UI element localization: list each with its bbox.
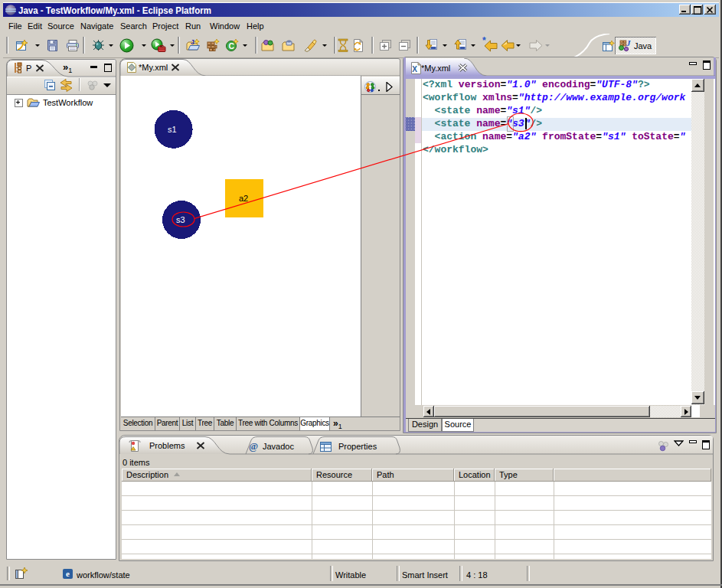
svg-text:C: C <box>229 41 235 51</box>
svg-text:X: X <box>412 65 417 74</box>
svg-text:s3: s3 <box>176 215 185 224</box>
svg-text:a2: a2 <box>239 194 248 203</box>
svg-text:s1: s1 <box>168 125 177 134</box>
svg-text:J: J <box>191 38 194 46</box>
svg-text:J: J <box>626 39 631 47</box>
